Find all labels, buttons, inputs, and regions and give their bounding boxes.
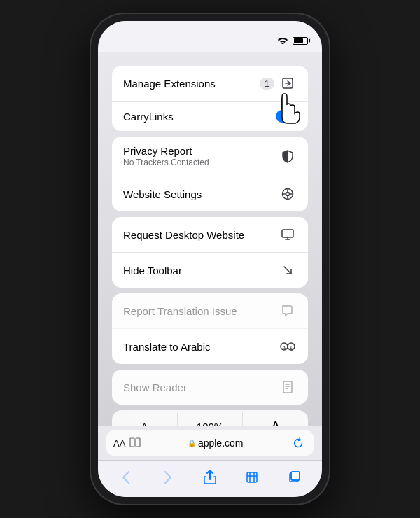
font-decrease-label: A <box>141 421 148 426</box>
wifi-icon <box>277 36 288 46</box>
hide-toolbar-item[interactable]: Hide Toolbar <box>112 253 308 288</box>
translate-arabic-icon: A ع <box>279 337 297 356</box>
svg-rect-22 <box>247 472 257 482</box>
phone-screen: Manage Extensions 1 <box>98 21 322 497</box>
font-percent-label: 100% <box>197 421 223 426</box>
reader-mode-icon[interactable] <box>130 438 141 449</box>
svg-rect-9 <box>282 230 293 237</box>
bookmarks-button[interactable] <box>241 466 263 489</box>
domain-label: apple.com <box>198 438 244 449</box>
svg-point-4 <box>286 192 290 196</box>
view-options-section: Request Desktop Website <box>112 217 308 288</box>
privacy-report-icon <box>279 147 297 165</box>
font-decrease-btn[interactable]: A <box>112 413 178 426</box>
svg-rect-27 <box>291 472 300 480</box>
show-reader-label: Show Reader <box>123 382 187 393</box>
website-settings-item[interactable]: Website Settings <box>112 176 308 211</box>
extensions-badge: 1 <box>260 78 274 90</box>
content-area: Manage Extensions 1 <box>98 52 322 426</box>
url-area[interactable]: 🔒 apple.com <box>145 438 286 449</box>
font-increase-btn[interactable]: A <box>243 410 308 426</box>
report-translation-item: Report Translation Issue <box>112 293 308 329</box>
page-tools-section: Privacy Report No Trackers Contacted <box>112 136 308 211</box>
address-bar[interactable]: AA 🔒 apple.com <box>106 430 314 456</box>
font-increase-label: A <box>271 419 280 426</box>
translate-arabic-label: Translate to Arabic <box>123 341 211 353</box>
show-reader-item: Show Reader <box>112 370 308 405</box>
translate-arabic-item[interactable]: Translate to Arabic A ع <box>112 329 308 364</box>
reader-section: Show Reader <box>112 370 308 405</box>
font-percent-btn[interactable]: 100% <box>178 412 244 426</box>
back-button[interactable] <box>115 466 137 489</box>
lock-icon: 🔒 <box>188 440 196 447</box>
battery-icon <box>293 37 308 45</box>
privacy-report-label: Privacy Report <box>123 145 209 157</box>
report-translation-icon <box>279 302 297 320</box>
website-settings-icon <box>279 185 297 203</box>
request-desktop-label: Request Desktop Website <box>123 229 244 241</box>
request-desktop-icon <box>279 225 297 244</box>
translation-section: Report Translation Issue Tran <box>112 293 308 364</box>
tabs-button[interactable] <box>283 466 305 489</box>
svg-rect-20 <box>130 438 134 447</box>
reload-button[interactable] <box>290 435 307 451</box>
svg-text:A: A <box>282 344 286 351</box>
svg-rect-16 <box>284 382 292 393</box>
carrylinks-label: CarryLinks <box>123 111 174 122</box>
manage-extensions-label: Manage Extensions <box>123 78 216 90</box>
privacy-report-item[interactable]: Privacy Report No Trackers Contacted <box>112 136 308 176</box>
website-settings-label: Website Settings <box>123 188 202 200</box>
forward-button[interactable] <box>157 466 179 489</box>
bottom-nav <box>98 460 322 497</box>
report-translation-label: Report Translation Issue <box>123 305 237 317</box>
hand-cursor <box>273 88 315 127</box>
share-button[interactable] <box>199 466 221 489</box>
show-reader-icon <box>279 378 297 396</box>
aa-label[interactable]: AA <box>113 438 125 449</box>
address-bar-section: AA 🔒 apple.com <box>98 426 322 460</box>
svg-rect-21 <box>136 438 140 447</box>
font-controls: A 100% A <box>112 410 308 426</box>
hide-toolbar-label: Hide Toolbar <box>123 265 182 276</box>
phone-frame: Manage Extensions 1 <box>91 14 329 504</box>
privacy-report-subtitle: No Trackers Contacted <box>123 158 209 167</box>
status-bar <box>98 21 322 52</box>
hide-toolbar-icon <box>279 261 297 279</box>
request-desktop-item[interactable]: Request Desktop Website <box>112 217 308 253</box>
svg-point-0 <box>282 43 284 44</box>
